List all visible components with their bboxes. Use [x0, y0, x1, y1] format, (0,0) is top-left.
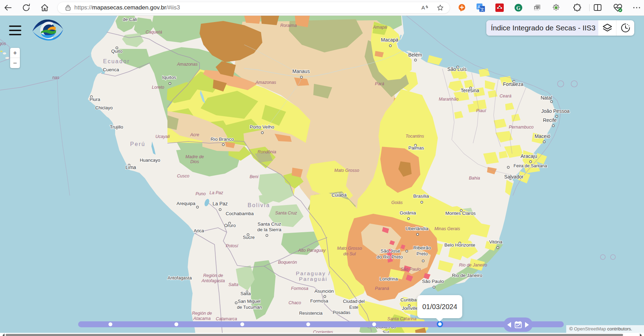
svg-text:G: G	[516, 5, 521, 11]
svg-text:Piauí: Piauí	[476, 108, 487, 113]
svg-text:Londrina: Londrina	[380, 276, 398, 282]
svg-text:Fortaleza: Fortaleza	[503, 81, 524, 87]
svg-text:Paraguay /: Paraguay /	[296, 270, 331, 276]
svg-text:Asunción: Asunción	[314, 288, 334, 294]
svg-text:Potosí: Potosí	[226, 243, 239, 248]
svg-text:Goiás: Goiás	[391, 200, 403, 205]
svg-text:Formosa: Formosa	[310, 298, 328, 304]
svg-text:Quito: Quito	[111, 49, 122, 54]
svg-text:Preto: Preto	[417, 251, 428, 256]
svg-text:Rio de Janeiro: Rio de Janeiro	[459, 263, 487, 268]
svg-text:Este: Este	[349, 305, 358, 310]
svg-text:Tocantins: Tocantins	[405, 134, 424, 139]
svg-text:Boquerón: Boquerón	[278, 260, 297, 265]
svg-text:文: 文	[480, 7, 484, 12]
svg-text:São Paulo: São Paulo	[400, 267, 421, 272]
svg-text:Formosa: Formosa	[291, 286, 308, 291]
svg-text:Feira de Santana: Feira de Santana	[514, 163, 547, 168]
svg-text:Uberlândia: Uberlândia	[405, 226, 428, 231]
svg-text:Chiclayo: Chiclayo	[95, 105, 113, 110]
svg-text:Palmas: Palmas	[408, 145, 424, 151]
svg-text:Roraima: Roraima	[280, 23, 297, 28]
svg-text:Antofagasta: Antofagasta	[167, 275, 192, 280]
svg-text:Puno: Puno	[195, 191, 205, 196]
svg-text:do Rio Preto: do Rio Preto	[376, 254, 403, 260]
svg-text:Atacama: Atacama	[193, 316, 210, 321]
svg-text:Recife: Recife	[543, 117, 557, 123]
svg-text:Sucre: Sucre	[243, 235, 255, 240]
svg-text:Mato Grosso: Mato Grosso	[337, 246, 362, 251]
svg-text:Porto Velho: Porto Velho	[250, 124, 274, 130]
svg-text:Maceió: Maceió	[534, 133, 550, 139]
svg-text:Iquitos: Iquitos	[162, 75, 176, 80]
svg-text:Alto Paraguay: Alto Paraguay	[298, 248, 326, 253]
svg-text:Antofagasta: Antofagasta	[201, 278, 225, 283]
svg-text:Arica: Arica	[194, 228, 204, 233]
svg-text:Brasília: Brasília	[413, 193, 429, 199]
svg-text:Trujillo: Trujillo	[110, 124, 123, 130]
svg-text:Santa Catarina: Santa Catarina	[387, 316, 416, 321]
svg-text:Ribeirão: Ribeirão	[413, 245, 431, 250]
svg-text:Joinville: Joinville	[402, 306, 418, 311]
svg-text:João Pessoa: João Pessoa	[541, 108, 570, 114]
svg-text:Natal: Natal	[541, 95, 552, 101]
svg-text:Rondônia: Rondônia	[257, 149, 276, 154]
svg-text:Chaco: Chaco	[289, 300, 301, 305]
svg-text:Loreto: Loreto	[152, 85, 164, 90]
svg-text:Catamarca: Catamarca	[216, 316, 237, 321]
svg-text:São José: São José	[381, 248, 400, 254]
svg-text:San Miguel: San Miguel	[238, 299, 260, 304]
svg-text:Santa Cruz: Santa Cruz	[257, 221, 281, 227]
svg-text:Acre: Acre	[190, 132, 199, 137]
svg-text:Ceará: Ceará	[500, 94, 511, 98]
svg-text:Bolivia: Bolivia	[248, 202, 270, 208]
svg-text:Resistencia: Resistencia	[299, 311, 323, 316]
svg-text:Santa Cruz: Santa Cruz	[275, 211, 297, 216]
svg-text:Mato Grosso: Mato Grosso	[334, 168, 359, 173]
svg-text:Pernambuco: Pernambuco	[509, 125, 534, 130]
svg-text:Dios: Dios	[190, 159, 199, 164]
svg-text:Montes Claros: Montes Claros	[445, 211, 475, 216]
svg-text:Manaus: Manaus	[292, 68, 310, 74]
svg-text:Curitiba: Curitiba	[400, 297, 417, 302]
svg-text:Aracaju: Aracaju	[521, 153, 537, 159]
svg-text:Paraguái: Paraguái	[299, 276, 328, 282]
svg-text:de la Sierra: de la Sierra	[257, 227, 282, 232]
svg-text:Salta: Salta	[229, 282, 239, 287]
svg-text:Rio Branco: Rio Branco	[211, 137, 234, 142]
svg-text:Teresina: Teresina	[461, 88, 479, 93]
svg-text:Ecuador: Ecuador	[103, 58, 130, 64]
svg-text:Huancayo: Huancayo	[140, 158, 160, 163]
svg-text:gos: gos	[0, 41, 6, 46]
svg-text:Minas Gerais: Minas Gerais	[434, 226, 460, 231]
svg-text:Salvador: Salvador	[504, 174, 524, 180]
svg-text:de Cali: de Cali	[123, 17, 137, 22]
svg-text:Cusco: Cusco	[177, 174, 189, 178]
svg-text:Beni: Beni	[249, 174, 259, 179]
svg-text:Maranhão: Maranhão	[439, 97, 458, 102]
svg-text:Región de: Región de	[203, 273, 223, 278]
svg-text:Piura: Piura	[90, 97, 100, 102]
svg-text:Macapá: Macapá	[381, 37, 398, 43]
svg-text:Goiânia: Goiânia	[400, 210, 416, 216]
svg-text:Amapá: Amapá	[373, 25, 387, 30]
svg-text:Ucayali: Ucayali	[156, 134, 170, 139]
svg-text:Salta: Salta	[240, 291, 251, 296]
svg-text:Región de: Región de	[192, 311, 212, 316]
svg-text:Oruro: Oruro	[224, 223, 235, 228]
svg-text:Rio de Janeiro: Rio de Janeiro	[452, 273, 482, 278]
svg-text:A: A	[478, 5, 480, 9]
svg-text:Cuiabá: Cuiabá	[332, 192, 347, 198]
svg-text:Cochabamba: Cochabamba	[226, 211, 254, 216]
svg-text:Bahia: Bahia	[469, 176, 480, 181]
svg-text:São Paulo: São Paulo	[422, 279, 444, 284]
svg-text:La Paz: La Paz	[212, 201, 228, 206]
svg-text:do Sul: do Sul	[343, 251, 356, 256]
svg-text:Caquetá: Caquetá	[145, 30, 162, 35]
svg-text:Ciudad del: Ciudad del	[343, 299, 365, 304]
svg-text:Posadas: Posadas	[333, 310, 351, 315]
svg-text:La Paz: La Paz	[210, 190, 224, 195]
svg-text:Amazonas: Amazonas	[255, 80, 276, 85]
svg-text:nas: nas	[52, 75, 59, 80]
svg-text:Paraná: Paraná	[375, 286, 389, 291]
